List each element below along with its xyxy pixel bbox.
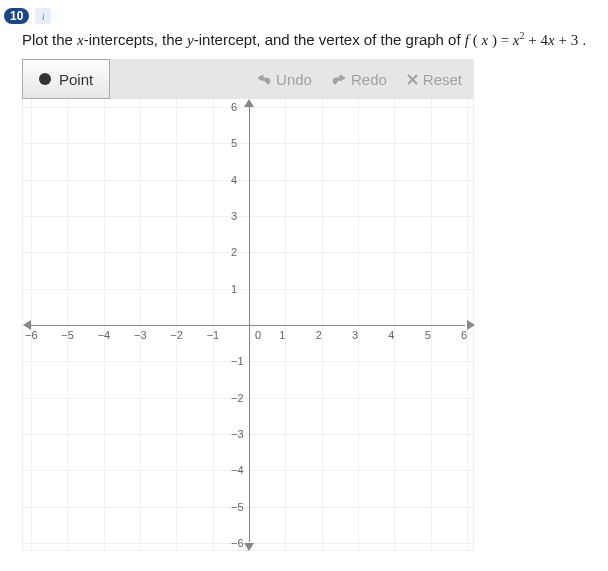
fn-close: ) (488, 32, 501, 48)
undo-button[interactable]: Undo (257, 71, 312, 88)
x-tick-label: −1 (207, 329, 220, 341)
undo-label: Undo (276, 71, 312, 88)
graph-tool: Point Undo Redo Reset −6−5−4−3−2−1012345… (22, 59, 474, 551)
toolbar: Point Undo Redo Reset (22, 59, 474, 99)
axis-arrow-icon (244, 99, 254, 107)
eq: = (501, 32, 509, 48)
redo-label: Redo (351, 71, 387, 88)
period: . (578, 31, 586, 48)
y-tick-label: 5 (231, 137, 237, 149)
grid-line-horizontal (23, 470, 473, 471)
coordinate-plane[interactable]: −6−5−4−3−2−10123456−6−5−4−3−2−1123456 (22, 99, 474, 551)
plus2: + (555, 32, 571, 48)
x-tick-label: 6 (461, 329, 467, 341)
y-tick-label: −1 (231, 355, 244, 367)
question-number-badge: 10 (4, 8, 29, 24)
info-icon[interactable]: i (35, 8, 51, 24)
fn-open: ( (469, 32, 482, 48)
x-tick-label: −2 (170, 329, 183, 341)
redo-button[interactable]: Redo (332, 71, 387, 88)
grid-line-horizontal (23, 107, 473, 108)
y-tick-label: −6 (231, 537, 244, 549)
y-tick-label: 2 (231, 246, 237, 258)
y-tick-label: 3 (231, 210, 237, 222)
y-tick-label: 1 (231, 283, 237, 295)
grid-line-horizontal (23, 398, 473, 399)
y-tick-label: 6 (231, 101, 237, 113)
toolbar-spacer (110, 59, 257, 99)
grid-line-horizontal (23, 143, 473, 144)
grid-line-horizontal (23, 361, 473, 362)
reset-label: Reset (423, 71, 462, 88)
prompt-text: Plot the (22, 31, 77, 48)
x-tick-label: −4 (98, 329, 111, 341)
x-tick-label: 3 (352, 329, 358, 341)
x-tick-label: 2 (316, 329, 322, 341)
term3: 3 (571, 32, 579, 48)
grid-line-horizontal (23, 289, 473, 290)
term2-var: x (548, 32, 555, 48)
term2-coef: 4 (540, 32, 548, 48)
point-tool-button[interactable]: Point (22, 59, 110, 99)
grid-line-horizontal (23, 507, 473, 508)
close-icon (407, 74, 418, 85)
y-tick-label: −4 (231, 464, 244, 476)
reset-button[interactable]: Reset (407, 71, 462, 88)
x-tick-label: 5 (425, 329, 431, 341)
plus1: + (525, 32, 541, 48)
question-header: 10 i (4, 8, 608, 24)
var-y: y (187, 32, 194, 48)
prompt-text: -intercepts, the (84, 31, 187, 48)
axis-arrow-icon (467, 320, 475, 330)
y-tick-label: 4 (231, 174, 237, 186)
undo-icon (257, 73, 271, 85)
grid-line-horizontal (23, 216, 473, 217)
x-tick-label: −3 (134, 329, 147, 341)
prompt-text: -intercept, and the vertex of the graph … (194, 31, 465, 48)
redo-icon (332, 73, 346, 85)
grid-line-horizontal (23, 252, 473, 253)
x-tick-label: −6 (25, 329, 38, 341)
y-tick-label: −5 (231, 501, 244, 513)
point-tool-label: Point (59, 71, 93, 88)
question-prompt: Plot the x-intercepts, the y-intercept, … (22, 30, 608, 49)
var-x: x (77, 32, 84, 48)
x-tick-label: 0 (255, 329, 261, 341)
x-tick-label: 4 (388, 329, 394, 341)
x-tick-label: 1 (279, 329, 285, 341)
grid-line-horizontal (23, 180, 473, 181)
point-icon (39, 73, 51, 85)
y-tick-label: −3 (231, 428, 244, 440)
x-tick-label: −5 (61, 329, 74, 341)
term1-base: x (509, 32, 519, 48)
y-axis (249, 107, 250, 542)
y-tick-label: −2 (231, 392, 244, 404)
axis-arrow-icon (244, 543, 254, 551)
grid-line-horizontal (23, 434, 473, 435)
x-axis (31, 325, 465, 326)
toolbar-actions: Undo Redo Reset (257, 59, 474, 99)
